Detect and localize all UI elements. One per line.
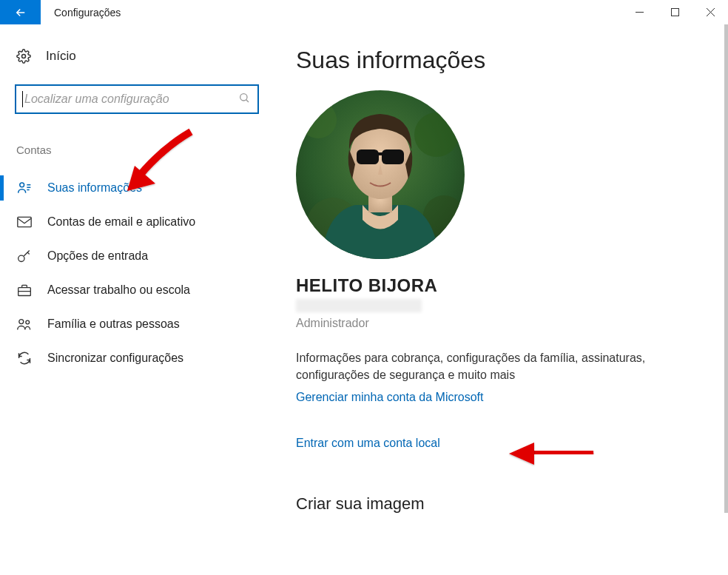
- sidebar-item-label: Suas informações: [47, 181, 142, 195]
- maximize-button[interactable]: [657, 0, 692, 24]
- svg-rect-4: [18, 217, 31, 226]
- svg-rect-0: [671, 9, 678, 16]
- search-input[interactable]: [24, 93, 238, 106]
- sidebar-item-work-school[interactable]: Acessar trabalho ou escola: [15, 273, 259, 307]
- sidebar-item-family[interactable]: Família e outras pessoas: [15, 307, 259, 341]
- close-button[interactable]: [692, 0, 728, 24]
- back-button[interactable]: [0, 0, 41, 24]
- search-input-container[interactable]: [15, 84, 259, 114]
- text-cursor: [22, 91, 23, 107]
- svg-point-3: [20, 183, 24, 187]
- person-info-icon: [16, 181, 33, 195]
- svg-rect-17: [382, 149, 404, 164]
- mail-icon: [16, 215, 33, 229]
- account-description: Informações para cobrança, configurações…: [296, 349, 651, 383]
- user-role: Administrador: [296, 317, 713, 330]
- sidebar-item-label: Sincronizar configurações: [47, 352, 183, 365]
- svg-point-2: [240, 94, 247, 101]
- minimize-icon: [636, 8, 644, 16]
- search-icon: [238, 92, 250, 107]
- manage-microsoft-account-link[interactable]: Gerenciar minha conta da Microsoft: [296, 391, 483, 404]
- sidebar-item-label: Contas de email e aplicativo: [47, 215, 195, 229]
- gear-icon: [16, 49, 31, 64]
- close-icon: [707, 8, 715, 16]
- svg-point-8: [26, 320, 30, 324]
- user-name: HELITO BIJORA: [296, 275, 713, 296]
- sync-icon: [16, 351, 33, 366]
- svg-point-5: [18, 255, 24, 261]
- sidebar-item-email-accounts[interactable]: Contas de email e aplicativo: [15, 205, 259, 239]
- svg-point-1: [22, 55, 26, 58]
- home-button[interactable]: Início: [15, 49, 259, 64]
- create-image-heading: Criar sua imagem: [296, 494, 713, 514]
- avatar-image: [296, 90, 465, 259]
- sidebar-item-signin-options[interactable]: Opções de entrada: [15, 239, 259, 273]
- key-icon: [16, 249, 33, 263]
- home-label: Início: [46, 49, 76, 64]
- sidebar-section-label: Contas: [15, 144, 259, 156]
- svg-point-10: [300, 101, 337, 138]
- sidebar-item-sync[interactable]: Sincronizar configurações: [15, 341, 259, 375]
- sidebar: Início Contas Suas informações Contas de…: [0, 24, 281, 575]
- titlebar: Configurações: [0, 0, 728, 24]
- sidebar-item-label: Família e outras pessoas: [47, 317, 180, 331]
- page-title: Suas informações: [296, 47, 713, 74]
- window-controls: [621, 0, 728, 24]
- minimize-button[interactable]: [621, 0, 657, 24]
- svg-point-7: [19, 320, 24, 324]
- sidebar-item-label: Opções de entrada: [47, 249, 148, 263]
- user-avatar: [296, 90, 465, 259]
- main-content: Suas informações: [281, 24, 728, 575]
- maximize-icon: [671, 8, 679, 16]
- back-arrow-icon: [14, 6, 27, 19]
- svg-rect-16: [357, 149, 379, 164]
- svg-point-11: [414, 112, 459, 157]
- sidebar-item-label: Acessar trabalho ou escola: [47, 283, 190, 297]
- people-icon: [16, 317, 33, 332]
- sidebar-item-your-info[interactable]: Suas informações: [15, 171, 259, 205]
- svg-rect-18: [377, 152, 383, 155]
- briefcase-icon: [16, 283, 33, 297]
- local-account-link[interactable]: Entrar com uma conta local: [296, 437, 440, 450]
- scrollbar[interactable]: [724, 24, 728, 513]
- user-email-redacted: [296, 299, 422, 312]
- window-title: Configurações: [41, 0, 121, 24]
